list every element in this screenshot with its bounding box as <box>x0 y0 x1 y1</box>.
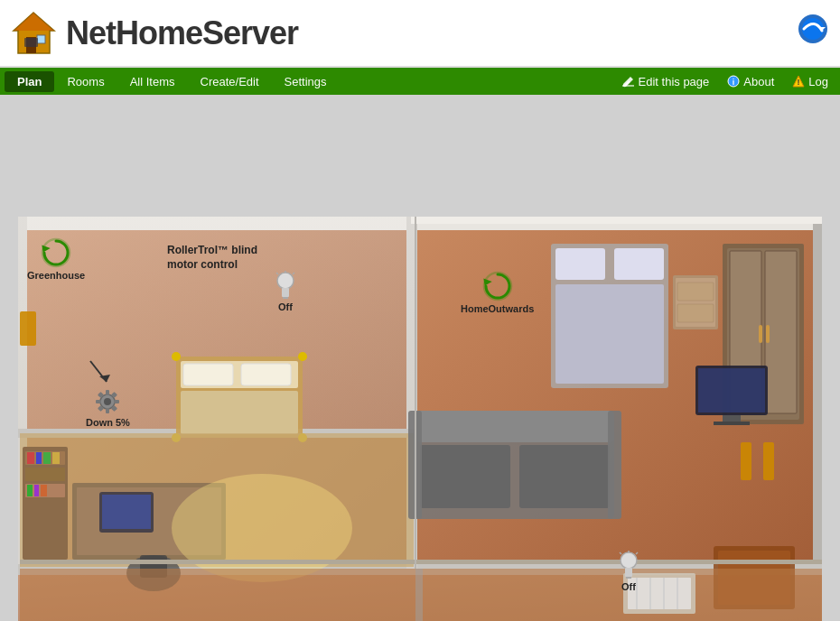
down5-label: Down 5% <box>86 417 130 428</box>
svg-text:!: ! <box>798 78 800 87</box>
edit-icon <box>622 75 635 88</box>
svg-rect-61 <box>555 248 605 280</box>
svg-rect-73 <box>677 304 714 322</box>
svg-rect-21 <box>813 217 822 569</box>
svg-rect-101 <box>106 408 109 413</box>
rollertrol-label: RollerTrol™ blind motor control <box>167 244 285 272</box>
svg-text:i: i <box>733 78 735 87</box>
down5-arrow <box>72 357 126 393</box>
nav-right: Edit this page i About ! Log <box>615 72 835 91</box>
svg-rect-75 <box>698 368 765 412</box>
svg-rect-118 <box>626 577 631 579</box>
bulb-top-icon <box>275 271 295 300</box>
svg-line-113 <box>293 273 294 274</box>
svg-rect-52 <box>41 485 47 496</box>
svg-point-114 <box>484 273 511 300</box>
light-off-top-label: Off <box>278 301 293 312</box>
svg-rect-62 <box>614 248 664 280</box>
app-title: NetHomeServer <box>66 14 298 52</box>
svg-rect-39 <box>102 495 151 529</box>
svg-rect-80 <box>411 217 822 224</box>
svg-rect-76 <box>723 415 741 422</box>
svg-rect-57 <box>519 445 610 508</box>
nav-edit-page[interactable]: Edit this page <box>615 72 717 91</box>
app-header: NetHomeServer <box>0 0 840 68</box>
main-area: Greenhouse Down 5% RollerTrol™ blind mot… <box>0 95 840 621</box>
svg-rect-30 <box>181 391 298 434</box>
edit-page-label: Edit this page <box>639 75 710 88</box>
svg-rect-4 <box>24 38 38 47</box>
rollertrol-item[interactable]: RollerTrol™ blind motor control <box>167 244 285 272</box>
svg-rect-59 <box>608 411 621 519</box>
navbar: Plan Rooms All Items Create/Edit Setting… <box>0 68 840 95</box>
light-off-top-item[interactable]: Off <box>275 271 295 312</box>
svg-line-121 <box>636 552 638 554</box>
logo-area: NetHomeServer <box>9 8 298 58</box>
svg-point-99 <box>104 398 111 405</box>
log-label: Log <box>808 75 828 88</box>
svg-point-116 <box>621 552 637 569</box>
svg-point-94 <box>42 239 70 266</box>
about-label: About <box>743 75 774 88</box>
svg-rect-68 <box>759 325 762 343</box>
svg-rect-110 <box>283 297 288 299</box>
svg-line-112 <box>276 273 278 274</box>
light-off-bottom-label: Off <box>621 581 636 592</box>
svg-rect-48 <box>43 452 51 464</box>
svg-rect-117 <box>625 568 632 577</box>
nav-create-edit[interactable]: Create/Edit <box>188 71 272 92</box>
nav-all-items[interactable]: All Items <box>117 71 188 92</box>
nav-log[interactable]: ! Log <box>785 72 835 91</box>
svg-rect-81 <box>20 560 822 564</box>
svg-rect-109 <box>282 288 289 297</box>
svg-rect-72 <box>677 283 714 301</box>
down5-item[interactable]: Down 5% <box>86 361 130 428</box>
svg-rect-103 <box>114 400 119 403</box>
greenhouse-label: Greenhouse <box>27 270 85 281</box>
svg-rect-91 <box>741 442 751 480</box>
svg-rect-92 <box>763 442 774 480</box>
nav-plan[interactable]: Plan <box>5 71 54 92</box>
svg-rect-56 <box>420 445 510 508</box>
svg-rect-10 <box>622 85 634 87</box>
nav-rooms[interactable]: Rooms <box>54 71 117 92</box>
svg-rect-49 <box>52 452 60 464</box>
nav-settings[interactable]: Settings <box>272 71 340 92</box>
light-off-bottom-item[interactable]: Off <box>619 551 639 592</box>
svg-rect-83 <box>415 569 423 621</box>
warning-icon: ! <box>792 75 805 88</box>
svg-point-53 <box>172 474 352 582</box>
nav-about[interactable]: i About <box>720 72 781 91</box>
svg-rect-77 <box>714 422 750 425</box>
svg-rect-28 <box>183 364 233 385</box>
svg-rect-90 <box>20 311 36 346</box>
homeoutwards-refresh-icon <box>482 271 513 301</box>
svg-point-31 <box>172 352 181 361</box>
svg-rect-67 <box>765 251 797 413</box>
svg-rect-47 <box>36 452 42 464</box>
svg-rect-51 <box>34 485 39 496</box>
info-icon: i <box>727 75 740 88</box>
svg-rect-44 <box>25 468 65 481</box>
bulb-bottom-icon <box>619 551 639 579</box>
greenhouse-refresh-icon <box>41 237 71 268</box>
svg-line-120 <box>620 552 621 554</box>
svg-rect-46 <box>27 452 34 464</box>
svg-marker-3 <box>14 13 54 31</box>
svg-point-32 <box>298 352 307 361</box>
logo-house-icon <box>9 8 59 58</box>
svg-rect-29 <box>241 364 291 385</box>
homeoutwards-label: HomeOutwards <box>461 303 534 314</box>
svg-rect-50 <box>27 485 33 496</box>
greenhouse-item[interactable]: Greenhouse <box>27 237 85 281</box>
svg-rect-55 <box>415 411 614 442</box>
right-logo-icon <box>786 11 831 56</box>
svg-rect-2 <box>37 35 45 43</box>
homeoutwards-item[interactable]: HomeOutwards <box>461 271 534 314</box>
svg-rect-102 <box>96 400 101 403</box>
svg-rect-63 <box>555 284 664 384</box>
svg-rect-69 <box>766 325 770 343</box>
svg-point-108 <box>277 273 294 289</box>
